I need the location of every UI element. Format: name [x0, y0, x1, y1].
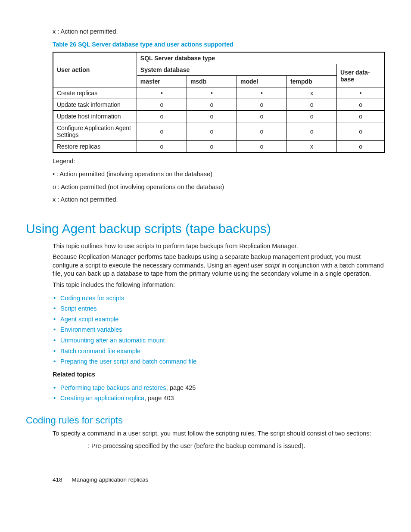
legend-title: Legend: [53, 157, 385, 166]
heading-coding-rules-for-scripts: Coding rules for scripts [26, 415, 385, 426]
cell: o [237, 122, 286, 141]
topic-link[interactable]: Script entries [60, 305, 97, 312]
intro-paragraph-1: This topic outlines how to use scripts t… [53, 242, 385, 251]
col-system-database: System database [137, 64, 336, 76]
cell: o [237, 141, 286, 153]
cell: o [337, 122, 385, 141]
table-caption: Table 26 SQL Server database type and us… [53, 40, 385, 49]
cell: o [137, 111, 187, 122]
row-label: Create replicas [53, 87, 137, 99]
term-agent-user-script: agent user script [234, 262, 280, 269]
cell: o [287, 122, 337, 141]
topic-link[interactable]: Preparing the user script and batch comm… [60, 358, 196, 365]
footer-chapter-title: Managing application replicas [72, 476, 148, 483]
related-suffix: , page 425 [166, 384, 196, 391]
cell: o [137, 99, 187, 111]
cell: x [287, 87, 337, 99]
cell: o [337, 111, 385, 122]
cell: • [337, 87, 385, 99]
topic-link[interactable]: Unmounting after an automatic mount [60, 337, 165, 344]
cell: o [287, 99, 337, 111]
intro-paragraph-2: Because Replication Manager performs tap… [53, 253, 385, 278]
row-label: Restore replicas [53, 141, 137, 153]
topic-link[interactable]: Coding rules for scripts [60, 295, 124, 302]
row-label: Configure Application Agent Settings [53, 122, 137, 141]
cell: o [187, 141, 237, 153]
list-item: Environment variables [53, 324, 385, 335]
topic-link[interactable]: Environment variables [60, 326, 122, 333]
topic-link[interactable]: Agent script example [60, 316, 118, 323]
table-row: Create replicas•••x• [53, 87, 385, 99]
col-tempdb: tempdb [287, 76, 337, 87]
intro-paragraph-3: This topic includes the following inform… [53, 281, 385, 289]
definition-pre-processing: : Pre-processing specified by the user (… [88, 442, 385, 451]
note-action-not-permitted: x : Action not permitted. [53, 28, 385, 36]
list-item: Agent script example [53, 314, 385, 325]
page-number: 418 [53, 476, 62, 483]
cell: o [187, 111, 237, 122]
legend-item: x : Action not permitted. [53, 196, 385, 204]
list-item: Creating an application replica, page 40… [53, 393, 385, 404]
topic-link[interactable]: Batch command file example [60, 348, 140, 355]
col-msdb: msdb [187, 76, 237, 87]
table-row: Configure Application Agent Settingsoooo… [53, 122, 385, 141]
row-label: Update host information [53, 111, 137, 122]
list-item: Preparing the user script and batch comm… [53, 356, 385, 367]
heading-using-agent-backup-scripts: Using Agent backup scripts (tape backups… [26, 221, 385, 236]
col-sql-type: SQL Server database type [137, 52, 385, 64]
col-user-database: User data-base [337, 64, 385, 87]
list-item: Batch command file example [53, 346, 385, 357]
cell: o [287, 111, 337, 122]
related-suffix: , page 403 [144, 395, 174, 401]
legend-item: • : Action permitted (involving operatio… [53, 170, 385, 179]
table-row: Update host informationooooo [53, 111, 385, 122]
list-item: Unmounting after an automatic mount [53, 335, 385, 346]
row-label: Update task information [53, 99, 137, 111]
cell: o [187, 99, 237, 111]
list-item: Coding rules for scripts [53, 293, 385, 304]
cell: o [187, 122, 237, 141]
col-model: model [237, 76, 286, 87]
related-topics-heading: Related topics [53, 370, 385, 379]
table-row: Restore replicasoooxo [53, 141, 385, 153]
cell: • [137, 87, 187, 99]
related-link[interactable]: Creating an application replica [60, 395, 144, 401]
cell: o [337, 99, 385, 111]
table-row: Update task informationooooo [53, 99, 385, 111]
cell: o [237, 99, 286, 111]
cell: • [237, 87, 286, 99]
page-footer: 418 Managing application replicas [53, 476, 385, 483]
col-user-action: User action [53, 52, 137, 87]
list-item: Performing tape backups and restores, pa… [53, 383, 385, 393]
cell: o [237, 111, 286, 122]
cell: o [337, 141, 385, 153]
sql-server-db-type-table: User action SQL Server database type Sys… [53, 52, 385, 153]
cell: • [187, 87, 237, 99]
related-link[interactable]: Performing tape backups and restores [60, 384, 166, 391]
coding-rules-paragraph: To specify a command in a user script, y… [53, 429, 385, 438]
cell: o [137, 141, 187, 153]
cell: o [137, 122, 187, 141]
list-item: Script entries [53, 303, 385, 314]
topic-list: Coding rules for scriptsScript entriesAg… [53, 293, 385, 367]
related-topics-list: Performing tape backups and restores, pa… [53, 383, 385, 404]
legend-item: o : Action permitted (not involving oper… [53, 183, 385, 192]
cell: x [287, 141, 337, 153]
col-master: master [137, 76, 187, 87]
